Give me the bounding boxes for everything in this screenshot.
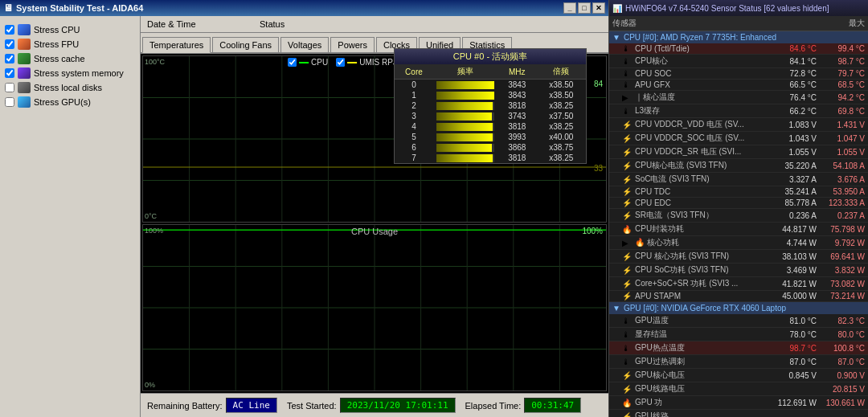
sidebar-item-gpu[interactable]: Stress GPU(s): [3, 95, 137, 109]
tab-voltages[interactable]: Voltages: [280, 37, 329, 52]
hw-row-icon: ⚡: [622, 412, 633, 418]
cpu-core-num: 7: [395, 153, 433, 163]
cpu-row-1: 1 3843 x38.50: [395, 90, 586, 100]
hw-sensor-val: 66.2 °C: [756, 107, 817, 116]
hw-sensor-max: 94.2 °C: [817, 93, 865, 102]
hw-sensor-max: 130.661 W: [817, 399, 865, 407]
hw-row-icon: 🌡: [622, 69, 633, 78]
hw-sensor-max: 82.3 °C: [817, 317, 865, 325]
hw-sensor-val: 66.5 °C: [756, 80, 817, 89]
hw-row-icon: 🌡: [622, 44, 633, 53]
hw-sensor-max: 99.4 °C: [817, 44, 865, 53]
cpu-mhz: 3843: [497, 80, 537, 91]
temp-y-bottom: 0°C: [145, 212, 165, 220]
close-button[interactable]: ✕: [592, 2, 605, 14]
hw-row: ⚡ CPU SoC功耗 (SVI3 TFN) 3.469 W 3.832 W: [609, 264, 868, 277]
cpu-mhz: 3993: [497, 132, 537, 142]
cpu-bar-cell: [433, 111, 497, 121]
hwinfo-scroll-area[interactable]: ▼CPU [#0]: AMD Ryzen 7 7735H: Enhanced 🌡…: [609, 31, 868, 417]
stress-fpu-checkbox[interactable]: [5, 39, 14, 49]
hw-sensor-val: 0.845 V: [756, 371, 817, 380]
aida-title: System Stability Test - AIDA64: [16, 3, 563, 13]
battery-field: Remaining Battery: AC Line: [147, 398, 277, 413]
hw-sensor-name: GPU温度: [635, 315, 756, 326]
cpu-row-0: 0 3843 x38.50: [395, 80, 586, 91]
hw-sensor-max: 73.214 W: [817, 292, 865, 300]
tab-temperatures[interactable]: Temperatures: [142, 37, 211, 53]
minimize-button[interactable]: _: [563, 2, 576, 14]
stress-cpu-checkbox[interactable]: [5, 25, 14, 35]
hw-sensor-val: 35.241 A: [756, 187, 817, 196]
hw-sensor-max: 53.950 A: [817, 187, 865, 196]
hw-sensor-val: 1.043 V: [756, 134, 817, 143]
hw-row: ⚡ APU STAPM 45.000 W 73.214 W: [609, 291, 868, 302]
hw-sensor-name: Core+SoC+SR 功耗 (SVI3 ...: [635, 278, 756, 289]
datetime-col-header: Date & Time: [147, 19, 260, 29]
stress-disk-checkbox[interactable]: [5, 83, 14, 92]
hw-sensor-name: CPU TDC: [635, 187, 756, 196]
hw-sensor-max: 68.5 °C: [817, 80, 865, 89]
hw-sensor-max: 98.7 °C: [817, 57, 865, 66]
legend-disk-checkbox[interactable]: [336, 58, 345, 67]
hw-sensor-name: 显存结温: [635, 329, 756, 340]
aida-title-icon: 🖥: [3, 2, 13, 14]
sidebar-item-cpu[interactable]: Stress CPU: [3, 22, 137, 37]
hwinfo-titlebar: 📊 HWiNFO64 v7.64-5240 Sensor Status [62 …: [609, 0, 868, 16]
stress-sidebar: Stress CPU Stress FPU Stress cache Stres…: [0, 16, 141, 417]
hw-section-cpu-section[interactable]: ▼CPU [#0]: AMD Ryzen 7 7735H: Enhanced: [609, 31, 868, 43]
hw-sensor-val: 84.1 °C: [756, 57, 817, 66]
stress-disk-label: Stress local disks: [34, 83, 102, 92]
started-value: 2023/11/20 17:01:11: [340, 398, 456, 413]
legend-cpu-checkbox[interactable]: [288, 58, 297, 67]
sidebar-item-fpu[interactable]: Stress FPU: [3, 37, 137, 51]
cpu-core-num: 4: [395, 121, 433, 132]
stress-gpu-checkbox[interactable]: [5, 97, 14, 107]
hw-sensor-name: GPU过热调刺: [635, 356, 756, 367]
hw-row: 🌡 CPU SOC 72.8 °C 79.7 °C: [609, 68, 868, 80]
hwinfo-panel: 📊 HWiNFO64 v7.64-5240 Sensor Status [62 …: [608, 0, 868, 417]
hw-sensor-max: 9.792 W: [817, 239, 865, 247]
elapsed-field: Elapsed Time: 00:31:47: [465, 398, 582, 413]
stress-memory-checkbox[interactable]: [5, 68, 14, 78]
legend-cpu[interactable]: CPU: [288, 58, 328, 67]
hwinfo-column-header: 传感器 最大: [609, 16, 868, 31]
sidebar-item-memory[interactable]: Stress system memory: [3, 66, 137, 80]
hw-row-icon: ▶: [622, 239, 633, 247]
maximize-button[interactable]: □: [578, 2, 591, 14]
col-multi: 倍频: [537, 64, 586, 80]
hw-sensor-max: 79.7 °C: [817, 69, 865, 78]
hw-row: ⚡ CPU TDC 35.241 A 53.950 A: [609, 186, 868, 198]
hw-sensor-val: 98.7 °C: [756, 344, 817, 353]
hw-row: ▶ 🔥 核心功耗 4.744 W 9.792 W: [609, 236, 868, 250]
hw-sensor-val: 76.4 °C: [756, 93, 817, 102]
tab-cooling-fans[interactable]: Cooling Fans: [212, 37, 279, 52]
hw-row: ⚡ Core+SoC+SR 功耗 (SVI3 ... 41.821 W 73.0…: [609, 277, 868, 291]
sidebar-item-disk[interactable]: Stress local disks: [3, 80, 137, 95]
cpu-bar-cell: [433, 142, 497, 153]
cpu-core-num: 6: [395, 142, 433, 153]
hw-sensor-val: 41.821 W: [756, 280, 817, 288]
hw-row-icon: ⚡: [622, 198, 633, 207]
hw-sensor-val: 78.0 °C: [756, 330, 817, 339]
legend-disk-color: [347, 62, 357, 63]
expand-icon: ▼: [612, 33, 620, 42]
stress-cache-label: Stress cache: [34, 54, 85, 63]
hw-sensor-val: 112.691 W: [756, 399, 817, 407]
started-field: Test Started: 2023/11/20 17:01:11: [287, 398, 456, 413]
hw-sensor-max: 100.8 °C: [817, 344, 865, 353]
fpu-icon: [18, 39, 31, 50]
cpu-multi: x38.25: [537, 100, 586, 111]
cpu-mhz: 3818: [497, 100, 537, 111]
tab-powers[interactable]: Powers: [330, 37, 375, 52]
sidebar-item-cache[interactable]: Stress cache: [3, 51, 137, 66]
stress-cache-checkbox[interactable]: [5, 54, 14, 63]
hw-row: ⚡ GPU核心电压 0.845 V 0.900 V: [609, 369, 868, 382]
hw-row-icon: ⚡: [622, 121, 633, 129]
cpu-row-3: 3 3743 x37.50: [395, 111, 586, 121]
hw-section-gpu-section[interactable]: ▼GPU [#0]: NVIDIA GeForce RTX 4060 Lapto…: [609, 302, 868, 314]
hw-sensor-name: CPU SoC功耗 (SVI3 TFN): [635, 264, 756, 276]
hw-row: ⚡ CPU VDDCR_SR 电压 (SVI... 1.055 V 1.055 …: [609, 145, 868, 159]
expand-icon: ▼: [612, 304, 620, 313]
stress-memory-label: Stress system memory: [34, 68, 124, 78]
cpu-icon: [18, 24, 31, 35]
